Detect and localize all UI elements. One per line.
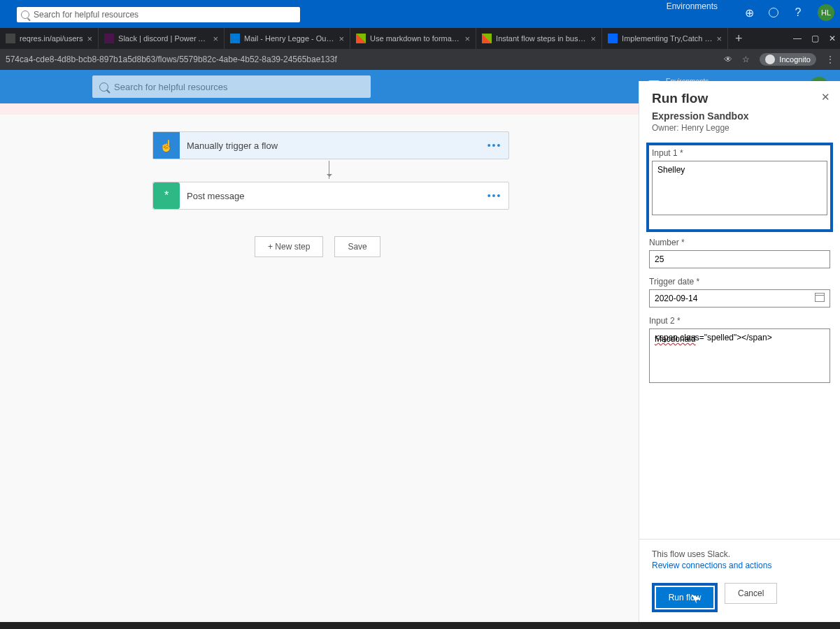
date-label: Trigger date * xyxy=(649,277,830,287)
help-icon[interactable]: ? xyxy=(791,6,805,20)
new-step-button[interactable]: + New step xyxy=(255,236,323,257)
search-input[interactable]: Search for helpful resources xyxy=(92,75,371,98)
close-icon[interactable]: × xyxy=(213,34,219,44)
number-label: Number * xyxy=(649,238,830,247)
run-flow-panel: Run flow ✕ Expression Sandbox Owner: Hen… xyxy=(639,81,840,622)
highlight-run-button: Run flow xyxy=(652,583,718,612)
panel-title: Run flow xyxy=(652,91,827,106)
incognito-badge: Incognito xyxy=(760,53,816,66)
close-icon[interactable]: × xyxy=(87,34,93,44)
tab-4[interactable]: Instant flow steps in busin...× xyxy=(476,28,602,49)
top-right-icons: ⊕ ? HL xyxy=(742,4,834,21)
trigger-date-field[interactable] xyxy=(649,289,830,308)
browser-top-bar: Search for helpful resources Environment… xyxy=(0,0,840,28)
flow-name: Expression Sandbox xyxy=(652,110,827,122)
omnibox-overlay[interactable]: Search for helpful resources xyxy=(17,7,300,22)
close-icon[interactable]: × xyxy=(465,34,471,44)
favicon-icon xyxy=(104,34,114,43)
star-icon[interactable]: ☆ xyxy=(742,55,750,64)
close-window-icon[interactable]: ✕ xyxy=(829,34,836,43)
close-icon[interactable]: × xyxy=(339,34,345,44)
close-icon[interactable]: × xyxy=(591,34,597,44)
input1-field[interactable] xyxy=(652,161,827,215)
taskbar-edge xyxy=(0,622,840,629)
omnibox-placeholder: Search for helpful resources xyxy=(34,10,138,20)
favicon-icon xyxy=(6,34,15,43)
number-field[interactable] xyxy=(649,250,830,268)
incognito-icon xyxy=(765,55,775,64)
cancel-button[interactable]: Cancel xyxy=(725,583,777,604)
maximize-icon[interactable]: ▢ xyxy=(811,34,819,43)
tab-2[interactable]: Mail - Henry Legge - Outl...× xyxy=(225,28,350,49)
input1-label: Input 1 * xyxy=(652,148,827,158)
close-icon[interactable]: × xyxy=(717,34,722,44)
save-button[interactable]: Save xyxy=(334,236,380,257)
search-placeholder: Search for helpful resources xyxy=(114,82,228,92)
favicon-icon xyxy=(482,34,492,43)
browser-tabstrip: reqres.in/api/users× Slack | discord | P… xyxy=(0,28,840,49)
slack-icon: * xyxy=(153,182,180,209)
new-tab-button[interactable]: + xyxy=(728,31,750,46)
favicon-icon xyxy=(608,34,618,43)
input2-field[interactable]: <span class="spelled"></span> xyxy=(649,328,830,383)
footer-uses-text: This flow uses Slack. xyxy=(652,549,730,559)
environments-label: Environments xyxy=(667,1,718,11)
window-controls: — ▢ ✕ xyxy=(793,34,836,43)
search-icon xyxy=(21,10,29,19)
review-connections-link[interactable]: Review connections and actions xyxy=(652,561,827,570)
trigger-step[interactable]: ☝ Manually trigger a flow ••• xyxy=(152,131,509,159)
tab-3[interactable]: Use markdown to format P...× xyxy=(350,28,476,49)
flow-owner: Owner: Henry Legge xyxy=(652,123,827,133)
step-menu-button[interactable]: ••• xyxy=(480,190,508,201)
favicon-icon xyxy=(356,34,366,43)
gear-icon[interactable] xyxy=(769,8,778,17)
url-text[interactable]: 574ca4-cde8-4d8b-bcb8-897b1a5d8b63/flows… xyxy=(6,55,724,64)
search-icon xyxy=(99,82,108,92)
browser-address-bar: 574ca4-cde8-4d8b-bcb8-897b1a5d8b63/flows… xyxy=(0,49,840,70)
highlight-input1: Input 1 * xyxy=(646,143,833,232)
kebab-menu-icon[interactable]: ⋮ xyxy=(826,55,834,64)
close-icon[interactable]: ✕ xyxy=(821,91,830,103)
input2-label: Input 2 * xyxy=(649,316,830,326)
eye-off-icon[interactable]: 👁 xyxy=(724,55,732,64)
globe-icon[interactable]: ⊕ xyxy=(742,6,756,20)
tab-0[interactable]: reqres.in/api/users× xyxy=(0,28,99,49)
manual-trigger-icon: ☝ xyxy=(153,132,180,159)
calendar-icon[interactable] xyxy=(815,293,825,302)
tab-1[interactable]: Slack | discord | Power Aut...× xyxy=(99,28,225,49)
connector-arrow-icon xyxy=(329,161,329,179)
tab-5[interactable]: Implementing Try,Catch an...× xyxy=(602,28,728,49)
minimize-icon[interactable]: — xyxy=(793,34,802,43)
avatar[interactable]: HL xyxy=(818,4,834,21)
run-flow-button[interactable]: Run flow xyxy=(656,587,713,608)
favicon-icon xyxy=(230,34,240,43)
step-menu-button[interactable]: ••• xyxy=(480,140,508,151)
action-step[interactable]: * Post message ••• xyxy=(152,182,509,210)
